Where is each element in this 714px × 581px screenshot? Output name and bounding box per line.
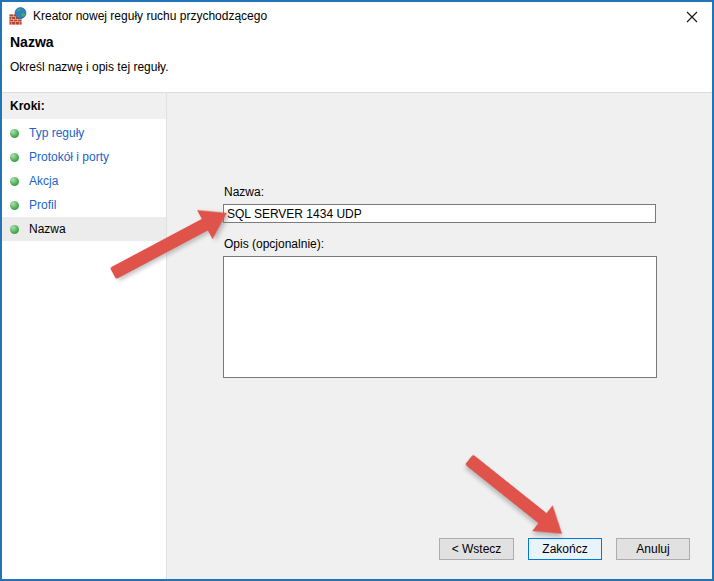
sidebar-step-rule-type[interactable]: Typ reguły xyxy=(2,121,166,145)
steps-heading: Kroki: xyxy=(2,93,166,119)
close-icon xyxy=(686,11,698,23)
page-subtitle: Określ nazwę i opis tej reguły. xyxy=(10,60,169,74)
finish-button[interactable]: Zakończ xyxy=(528,538,602,560)
wizard-dialog: Kreator nowej reguły ruchu przychodząceg… xyxy=(0,0,714,581)
title-bar: Kreator nowej reguły ruchu przychodząceg… xyxy=(2,2,712,30)
name-input[interactable] xyxy=(223,204,656,223)
close-button[interactable] xyxy=(680,6,704,28)
page-title: Nazwa xyxy=(10,34,54,50)
firewall-icon xyxy=(9,7,27,25)
sidebar-step-protocol-ports[interactable]: Protokół i porty xyxy=(2,145,166,169)
step-done-bullet-icon xyxy=(10,177,19,186)
window-title: Kreator nowej reguły ruchu przychodząceg… xyxy=(33,9,267,23)
description-textarea[interactable] xyxy=(223,256,657,378)
steps-list: Typ reguły Protokół i porty Akcja Profil… xyxy=(2,119,166,241)
steps-sidebar: Kroki: Typ reguły Protokół i porty Akcja… xyxy=(2,93,167,579)
description-field-label: Opis (opcjonalnie): xyxy=(224,237,324,251)
step-done-bullet-icon xyxy=(10,153,19,162)
sidebar-step-profile[interactable]: Profil xyxy=(2,193,166,217)
step-current-bullet-icon xyxy=(10,225,19,234)
sidebar-step-name: Nazwa xyxy=(2,217,166,241)
back-button[interactable]: < Wstecz xyxy=(439,538,514,560)
cancel-button[interactable]: Anuluj xyxy=(616,538,690,560)
sidebar-step-action[interactable]: Akcja xyxy=(2,169,166,193)
step-done-bullet-icon xyxy=(10,129,19,138)
step-done-bullet-icon xyxy=(10,201,19,210)
main-panel: Nazwa: Opis (opcjonalnie): < Wstecz Zako… xyxy=(167,93,712,579)
name-field-label: Nazwa: xyxy=(224,185,264,199)
body: Kroki: Typ reguły Protokół i porty Akcja… xyxy=(2,93,712,579)
